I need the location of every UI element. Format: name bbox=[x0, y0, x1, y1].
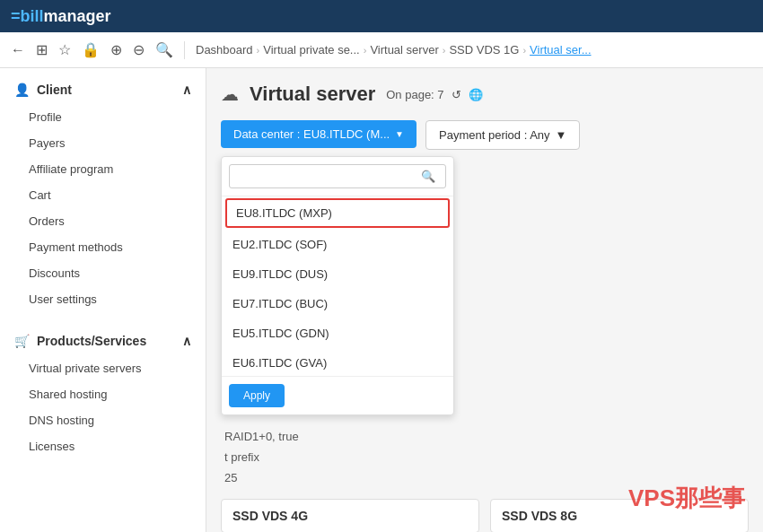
sidebar: 👤 Client ∧ Profile Payers Affiliate prog… bbox=[0, 68, 206, 532]
partial-content: RAID1+0, true t prefix 25 bbox=[224, 426, 749, 488]
breadcrumb-sep2: › bbox=[364, 45, 367, 56]
sidebar-products-section: 🛒 Products/Services ∧ Virtual private se… bbox=[0, 319, 206, 467]
datacenter-arrow-icon: ▼ bbox=[395, 129, 404, 139]
watermark: VPS那些事 bbox=[628, 483, 745, 514]
search-icon[interactable]: 🔍 bbox=[155, 41, 173, 58]
dropdown-item-5[interactable]: EU6.ITLDC (GVA) bbox=[222, 348, 453, 376]
payment-filter-label: Payment period : Any bbox=[439, 128, 550, 142]
logo-bill: =bill bbox=[11, 7, 44, 26]
toolbar: ← ⊞ ☆ 🔒 ⊕ ⊖ 🔍 Dashboard › Virtual privat… bbox=[0, 32, 763, 68]
breadcrumb-dashboard[interactable]: Dashboard bbox=[196, 43, 253, 57]
star-icon[interactable]: ☆ bbox=[58, 41, 71, 58]
layout: 👤 Client ∧ Profile Payers Affiliate prog… bbox=[0, 68, 763, 532]
sidebar-client-header[interactable]: 👤 Client ∧ bbox=[0, 75, 206, 104]
sidebar-item-user-settings[interactable]: User settings bbox=[0, 286, 206, 312]
refresh-icon[interactable]: ↺ bbox=[452, 88, 461, 101]
minus-icon[interactable]: ⊖ bbox=[133, 41, 145, 58]
breadcrumb-sep4: › bbox=[522, 45, 526, 56]
sidebar-client-section: 👤 Client ∧ Profile Payers Affiliate prog… bbox=[0, 68, 206, 319]
breadcrumb: Dashboard › Virtual private se... › Virt… bbox=[196, 43, 592, 57]
sidebar-item-cart[interactable]: Cart bbox=[0, 182, 206, 208]
main-content: ☁ Virtual server On page: 7 ↺ 🌐 Data cen… bbox=[206, 68, 763, 532]
sidebar-item-payment-methods[interactable]: Payment methods bbox=[0, 234, 206, 260]
dropdown-footer: Apply bbox=[222, 376, 453, 414]
partial-line2: t prefix bbox=[224, 447, 749, 467]
client-collapse-icon: ∧ bbox=[182, 83, 191, 97]
logo: =billmanager bbox=[11, 7, 111, 26]
page-icon: ☁ bbox=[221, 83, 239, 105]
payment-filter-button[interactable]: Payment period : Any ▼ bbox=[425, 120, 580, 150]
filter-bar: Data center : EU8.ITLDC (M... ▼ 🔍 EU8.IT… bbox=[221, 120, 749, 415]
partial-line1: RAID1+0, true bbox=[224, 426, 749, 447]
logo-manager: manager bbox=[44, 7, 111, 26]
dropdown-item-3[interactable]: EU7.ITLDC (BUC) bbox=[222, 289, 453, 318]
sidebar-products-header[interactable]: 🛒 Products/Services ∧ bbox=[0, 327, 206, 355]
ssd-card-4g-title: SSD VDS 4G bbox=[232, 509, 468, 523]
grid-icon[interactable]: ⊞ bbox=[36, 41, 48, 58]
sidebar-item-payers[interactable]: Payers bbox=[0, 130, 206, 156]
breadcrumb-sep1: › bbox=[257, 45, 260, 56]
back-icon[interactable]: ← bbox=[11, 42, 25, 58]
globe-icon[interactable]: 🌐 bbox=[469, 88, 483, 101]
dropdown-item-1[interactable]: EU2.ITLDC (SOF) bbox=[222, 230, 453, 259]
sidebar-item-dns-hosting[interactable]: DNS hosting bbox=[0, 407, 206, 433]
payment-arrow-icon: ▼ bbox=[556, 128, 567, 142]
toolbar-divider bbox=[184, 41, 185, 59]
datacenter-dropdown-container: Data center : EU8.ITLDC (M... ▼ 🔍 EU8.IT… bbox=[221, 120, 417, 148]
datacenter-filter-button[interactable]: Data center : EU8.ITLDC (M... ▼ bbox=[221, 120, 417, 148]
page-header: ☁ Virtual server On page: 7 ↺ 🌐 bbox=[221, 83, 749, 106]
sidebar-item-profile[interactable]: Profile bbox=[0, 104, 206, 130]
datacenter-filter-label: Data center : EU8.ITLDC (M... bbox=[233, 127, 390, 141]
dropdown-search-container: 🔍 bbox=[222, 157, 453, 196]
products-icon: 🛒 bbox=[14, 334, 30, 348]
sidebar-item-affiliate[interactable]: Affiliate program bbox=[0, 156, 206, 182]
client-icon: 👤 bbox=[14, 83, 30, 97]
dropdown-scroll: EU8.ITLDC (MXP) EU2.ITLDC (SOF) EU9.ITLD… bbox=[222, 196, 453, 376]
sidebar-item-shared-hosting[interactable]: Shared hosting bbox=[0, 381, 206, 407]
sidebar-item-discounts[interactable]: Discounts bbox=[0, 260, 206, 286]
breadcrumb-sep3: › bbox=[443, 45, 446, 56]
breadcrumb-virtual-server[interactable]: Virtual server bbox=[370, 43, 438, 57]
breadcrumb-vps[interactable]: Virtual private se... bbox=[263, 43, 359, 57]
sidebar-products-items: Virtual private servers Shared hosting D… bbox=[0, 355, 206, 459]
dropdown-apply-button[interactable]: Apply bbox=[229, 384, 285, 407]
sidebar-item-orders[interactable]: Orders bbox=[0, 208, 206, 234]
page-meta: On page: 7 ↺ 🌐 bbox=[386, 88, 482, 101]
breadcrumb-ssd-vds[interactable]: SSD VDS 1G bbox=[449, 43, 519, 57]
datacenter-dropdown-menu: 🔍 EU8.ITLDC (MXP) EU2.ITLDC (SOF) EU9.IT… bbox=[221, 156, 454, 415]
dropdown-item-2[interactable]: EU9.ITLDC (DUS) bbox=[222, 259, 453, 289]
ssd-card-4g: SSD VDS 4G bbox=[221, 499, 479, 532]
dropdown-item-0[interactable]: EU8.ITLDC (MXP) bbox=[225, 198, 450, 228]
sidebar-client-items: Profile Payers Affiliate program Cart Or… bbox=[0, 104, 206, 312]
top-bar: =billmanager bbox=[0, 0, 763, 32]
lock-icon[interactable]: 🔒 bbox=[82, 41, 100, 58]
client-label: Client bbox=[37, 83, 72, 97]
products-label: Products/Services bbox=[37, 334, 146, 348]
dropdown-item-4[interactable]: EU5.ITLDC (GDN) bbox=[222, 318, 453, 348]
page-title: Virtual server bbox=[250, 83, 375, 106]
breadcrumb-current: Virtual ser... bbox=[530, 43, 591, 57]
dropdown-search-input[interactable] bbox=[229, 164, 446, 188]
products-collapse-icon: ∧ bbox=[182, 334, 191, 348]
on-page-label: On page: 7 bbox=[386, 88, 443, 101]
sidebar-item-licenses[interactable]: Licenses bbox=[0, 433, 206, 459]
plus-icon[interactable]: ⊕ bbox=[110, 41, 122, 58]
sidebar-item-vps[interactable]: Virtual private servers bbox=[0, 355, 206, 381]
